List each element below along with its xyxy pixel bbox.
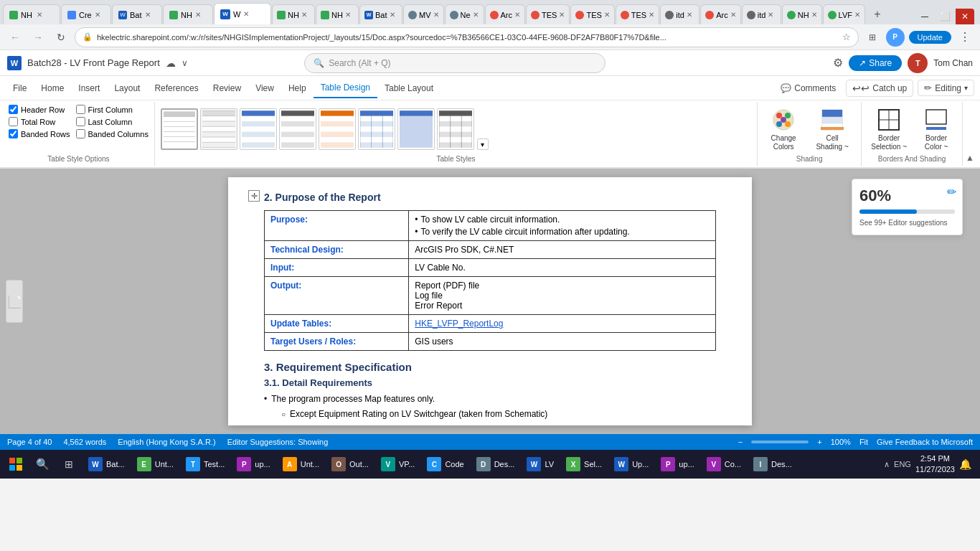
ribbon-collapse-btn[interactable]: ▲ bbox=[963, 102, 977, 166]
first-column-option[interactable]: First Column bbox=[76, 105, 149, 114]
table-style-thumb-1[interactable] bbox=[161, 108, 198, 150]
taskbar-chevron-up[interactable]: ∧ bbox=[884, 460, 890, 469]
zoom-in-btn[interactable]: + bbox=[817, 438, 821, 446]
tab-10-close[interactable]: ✕ bbox=[473, 11, 479, 19]
ribbon-tab-review[interactable]: Review bbox=[206, 79, 248, 98]
tab-13[interactable]: TES✕ bbox=[570, 4, 614, 24]
address-bar[interactable]: 🔒 hkelectric.sharepoint.com/:w:/r/sites/… bbox=[75, 27, 859, 47]
catch-up-btn[interactable]: ↩↩ Catch up bbox=[846, 80, 913, 97]
tab-19-close[interactable]: ✕ bbox=[854, 11, 860, 19]
editing-btn[interactable]: ✏ Editing ▾ bbox=[918, 80, 974, 96]
table-style-thumb-6[interactable] bbox=[358, 108, 395, 150]
update-button[interactable]: Update bbox=[909, 31, 951, 44]
suggestions-edit-icon[interactable]: ✏ bbox=[947, 185, 956, 199]
tab-16[interactable]: Arc✕ bbox=[700, 4, 741, 24]
feedback-btn[interactable]: Give Feedback to Microsoft bbox=[877, 438, 973, 446]
taskbar-item-9[interactable]: D Des... bbox=[471, 451, 521, 477]
taskbar-notification-btn[interactable]: 🔔 bbox=[959, 458, 971, 470]
taskbar-item-2[interactable]: E Unt... bbox=[131, 451, 179, 477]
tab-4[interactable]: NH ✕ bbox=[163, 4, 213, 24]
tab-14[interactable]: TES✕ bbox=[616, 4, 659, 24]
update-link[interactable]: HKE_LVFP_ReportLog bbox=[415, 319, 503, 329]
header-row-checkbox[interactable] bbox=[9, 105, 18, 114]
taskbar-item-6[interactable]: O Out... bbox=[326, 451, 374, 477]
doc-title-arrow[interactable]: ∨ bbox=[182, 58, 188, 68]
taskbar-item-4[interactable]: P up... bbox=[231, 451, 275, 477]
change-colors-btn[interactable]: ChangeColors bbox=[762, 105, 805, 154]
tab-17-close[interactable]: ✕ bbox=[768, 11, 773, 19]
tab-12[interactable]: TES✕ bbox=[526, 4, 570, 24]
bookmark-icon[interactable]: ☆ bbox=[842, 32, 851, 42]
start-button[interactable] bbox=[3, 451, 29, 477]
tab-6-close[interactable]: ✕ bbox=[301, 11, 307, 19]
table-style-thumb-2[interactable] bbox=[200, 108, 237, 150]
tab-16-close[interactable]: ✕ bbox=[730, 11, 736, 19]
last-column-checkbox[interactable] bbox=[76, 117, 85, 126]
cell-shading-btn[interactable]: Cell Shading ~ bbox=[808, 105, 857, 154]
banded-rows-checkbox[interactable] bbox=[9, 129, 18, 138]
tab-12-close[interactable]: ✕ bbox=[559, 11, 565, 19]
table-styles-more-btn[interactable]: ▾ bbox=[476, 108, 489, 150]
table-move-handle[interactable]: ✛ bbox=[248, 190, 260, 202]
search-box[interactable]: 🔍 Search (Alt + Q) bbox=[304, 53, 606, 73]
menu-btn[interactable]: ⋮ bbox=[956, 28, 974, 47]
tab-17[interactable]: itd✕ bbox=[742, 4, 781, 24]
tab-4-close[interactable]: ✕ bbox=[195, 11, 201, 19]
zoom-slider[interactable] bbox=[751, 441, 809, 443]
first-column-checkbox[interactable] bbox=[76, 105, 85, 114]
ribbon-tab-references[interactable]: References bbox=[147, 79, 205, 98]
taskbar-view-btn[interactable]: ⊞ bbox=[56, 451, 82, 477]
tab-1-close[interactable]: ✕ bbox=[37, 11, 42, 19]
banded-columns-checkbox[interactable] bbox=[76, 129, 85, 138]
tab-19[interactable]: LVF✕ bbox=[823, 4, 865, 24]
tab-9[interactable]: MV✕ bbox=[403, 4, 444, 24]
banded-rows-option[interactable]: Banded Rows bbox=[9, 129, 70, 138]
table-style-thumb-8[interactable] bbox=[437, 108, 474, 150]
ribbon-tab-view[interactable]: View bbox=[248, 79, 281, 98]
last-column-option[interactable]: Last Column bbox=[76, 117, 149, 126]
tab-14-close[interactable]: ✕ bbox=[649, 11, 654, 19]
new-tab-btn[interactable]: + bbox=[867, 4, 887, 24]
reload-btn[interactable]: ↻ bbox=[52, 28, 70, 47]
taskbar-item-12[interactable]: W Up... bbox=[608, 451, 654, 477]
tab-3[interactable]: W Bat ✕ bbox=[112, 4, 162, 24]
header-row-option[interactable]: Header Row bbox=[9, 105, 70, 114]
table-style-thumb-7[interactable] bbox=[397, 108, 435, 150]
comments-btn[interactable]: 💬 Comments bbox=[775, 81, 842, 95]
tab-1[interactable]: NH ✕ bbox=[3, 4, 60, 24]
tab-10[interactable]: Ne✕ bbox=[445, 4, 484, 24]
tab-7-close[interactable]: ✕ bbox=[345, 11, 351, 19]
forward-btn[interactable]: → bbox=[29, 28, 47, 47]
ribbon-tab-insert[interactable]: Insert bbox=[71, 79, 107, 98]
tab-8-close[interactable]: ✕ bbox=[390, 11, 395, 19]
tab-6[interactable]: NH✕ bbox=[272, 4, 315, 24]
tab-2-close[interactable]: ✕ bbox=[95, 11, 100, 19]
fit-btn[interactable]: Fit bbox=[859, 438, 868, 446]
share-button[interactable]: ↗ Share bbox=[849, 55, 902, 71]
taskbar-item-7[interactable]: V VP... bbox=[375, 451, 420, 477]
tab-11-close[interactable]: ✕ bbox=[514, 11, 520, 19]
extensions-btn[interactable]: ⊞ bbox=[863, 28, 882, 47]
table-style-thumb-3[interactable] bbox=[240, 108, 277, 150]
tab-15-close[interactable]: ✕ bbox=[687, 11, 692, 19]
tab-13-close[interactable]: ✕ bbox=[604, 11, 610, 19]
tab-18[interactable]: NH✕ bbox=[782, 4, 822, 24]
table-style-thumb-5[interactable] bbox=[319, 108, 356, 150]
minimize-btn[interactable]: ─ bbox=[915, 9, 934, 24]
taskbar-item-1[interactable]: W Bat... bbox=[83, 451, 131, 477]
ribbon-tab-home[interactable]: Home bbox=[34, 79, 71, 98]
ribbon-tab-file[interactable]: File bbox=[6, 79, 34, 98]
sidebar-toggle[interactable]: ⬜ bbox=[6, 280, 23, 323]
taskbar-item-10[interactable]: W LV bbox=[521, 451, 560, 477]
total-row-option[interactable]: Total Row bbox=[9, 117, 70, 126]
tab-2[interactable]: Cre ✕ bbox=[61, 4, 111, 24]
user-avatar[interactable]: T bbox=[908, 53, 928, 73]
taskbar-item-13[interactable]: P up... bbox=[655, 451, 699, 477]
tab-active[interactable]: W W ✕ bbox=[214, 3, 271, 24]
ribbon-tab-table-layout[interactable]: Table Layout bbox=[377, 79, 440, 98]
tab-8[interactable]: W Bat✕ bbox=[359, 4, 402, 24]
ribbon-tab-table-design[interactable]: Table Design bbox=[314, 78, 377, 98]
zoom-out-btn[interactable]: − bbox=[738, 438, 743, 446]
tab-9-close[interactable]: ✕ bbox=[433, 11, 439, 19]
close-btn[interactable]: ✕ bbox=[956, 9, 974, 24]
